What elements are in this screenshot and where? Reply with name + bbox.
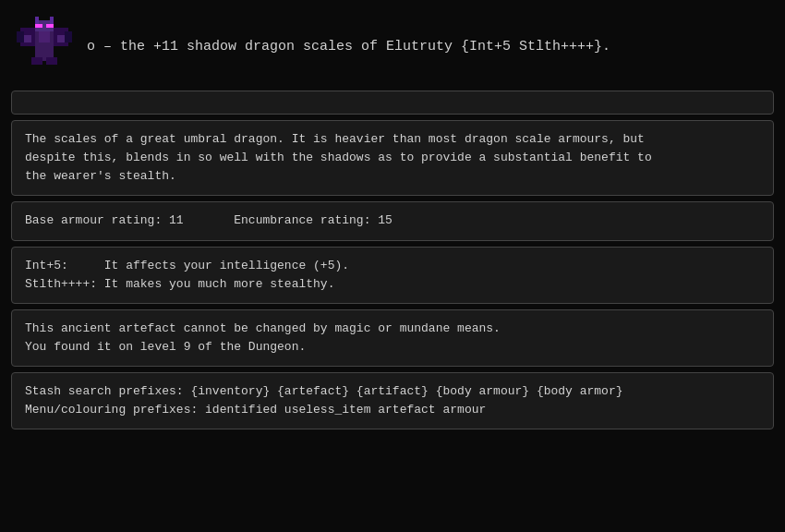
- svg-rect-12: [42, 42, 46, 61]
- svg-rect-15: [50, 17, 54, 24]
- search-text: Stash search prefixes: {inventory} {arte…: [25, 384, 623, 417]
- svg-rect-10: [31, 57, 42, 65]
- stats-panel: Base armour rating: 11 Encumbrance ratin…: [11, 201, 774, 240]
- main-container: o – the +11 shadow dragon scales of Elut…: [0, 0, 785, 532]
- header-row: o – the +11 shadow dragon scales of Elut…: [11, 11, 774, 85]
- description-panel: The scales of a great umbral dragon. It …: [11, 120, 774, 196]
- properties-panel: Int+5: It affects your intelligence (+5)…: [11, 247, 774, 304]
- svg-rect-18: [57, 35, 65, 42]
- item-title-text: o – the +11 shadow dragon scales of Elut…: [87, 39, 610, 54]
- svg-rect-7: [65, 31, 72, 42]
- svg-rect-14: [35, 17, 39, 24]
- stats-text: Base armour rating: 11 Encumbrance ratin…: [25, 213, 392, 227]
- search-panel: Stash search prefixes: {inventory} {arte…: [11, 372, 774, 429]
- empty-panel: [11, 91, 774, 115]
- svg-rect-5: [17, 31, 24, 42]
- item-sprite: [15, 17, 74, 76]
- description-text: The scales of a great umbral dragon. It …: [25, 132, 652, 183]
- properties-text: Int+5: It affects your intelligence (+5)…: [25, 259, 349, 291]
- item-title: o – the +11 shadow dragon scales of Elut…: [87, 39, 610, 54]
- svg-rect-3: [46, 24, 54, 28]
- svg-rect-16: [39, 31, 50, 42]
- artefact-panel: This ancient artefact cannot be changed …: [11, 309, 774, 367]
- svg-rect-17: [24, 35, 31, 42]
- svg-rect-2: [35, 24, 42, 28]
- svg-rect-13: [46, 57, 54, 61]
- artefact-text: This ancient artefact cannot be changed …: [25, 321, 501, 354]
